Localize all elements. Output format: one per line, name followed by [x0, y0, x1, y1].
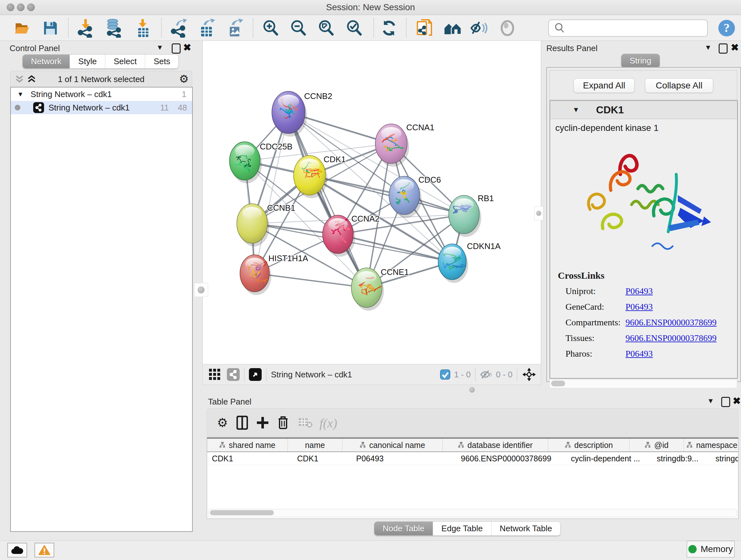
zoom-in-icon[interactable]: [261, 19, 280, 37]
crosslink-label: Compartments:: [565, 317, 625, 327]
zoom-selected-icon[interactable]: [345, 19, 363, 37]
network-collection-row[interactable]: ▼ String Network – cdk1 1: [11, 87, 192, 101]
tab-edge-table[interactable]: Edge Table: [433, 522, 491, 536]
table-panel-close-icon[interactable]: ✖: [733, 396, 741, 406]
results-panel-float-icon[interactable]: [719, 44, 728, 54]
zoom-out-icon[interactable]: [289, 19, 308, 37]
warning-status-button[interactable]: [35, 543, 54, 557]
first-neighbors-icon[interactable]: [443, 19, 462, 37]
network-node[interactable]: [240, 255, 271, 295]
gene-collapse-icon[interactable]: ▼: [572, 106, 580, 114]
import-table-file-icon[interactable]: [134, 19, 152, 37]
crosslink-link[interactable]: P06493: [625, 349, 653, 359]
cloud-status-button[interactable]: [7, 543, 27, 557]
network-node[interactable]: [375, 124, 409, 167]
open-session-icon[interactable]: [13, 19, 31, 37]
network-node[interactable]: [272, 91, 307, 137]
search-bar[interactable]: [548, 19, 708, 37]
help-icon[interactable]: ?: [718, 19, 736, 37]
collection-collapse-icon[interactable]: ▼: [17, 91, 23, 98]
column-header-description[interactable]: description: [548, 439, 630, 451]
table-row[interactable]: CDK1CDK1P064939606.ENSP00000378699cyclin…: [207, 452, 738, 465]
left-splitter-handle[interactable]: [194, 283, 208, 297]
network-node[interactable]: [351, 268, 384, 311]
tab-select[interactable]: Select: [105, 55, 145, 68]
refresh-icon[interactable]: [380, 19, 398, 37]
results-horizontal-scrollbar[interactable]: [549, 379, 737, 388]
export-table-icon[interactable]: [198, 19, 216, 37]
collapse-all-button[interactable]: Collapse All: [645, 78, 713, 93]
function-builder-icon[interactable]: f(x): [320, 416, 337, 431]
tab-network-table[interactable]: Network Table: [491, 522, 560, 536]
tab-style[interactable]: Style: [70, 55, 105, 68]
crosslink-link[interactable]: P06493: [625, 286, 653, 296]
gene-name: CDK1: [596, 104, 624, 116]
bottom-splitter-handle[interactable]: [468, 386, 476, 393]
network-overview-icon[interactable]: [227, 368, 240, 381]
network-edge: [255, 273, 367, 288]
column-header-canonical-name[interactable]: canonical name: [342, 439, 443, 451]
network-graph[interactable]: CCNB2CCNA1CDC25BCDK1CDC6RB1CCNB1CCNA2CDK…: [203, 41, 541, 364]
table-horizontal-scrollbar[interactable]: [208, 509, 737, 517]
table-panel-menu-icon[interactable]: ▼: [707, 397, 714, 405]
tab-sets[interactable]: Sets: [145, 55, 179, 68]
expand-all-button[interactable]: Expand All: [574, 78, 635, 93]
export-image-icon[interactable]: [226, 19, 244, 37]
control-panel-close-icon[interactable]: ✖: [183, 43, 191, 52]
delete-table-icon[interactable]: [297, 415, 314, 431]
table-scrollbar-thumb[interactable]: [210, 510, 274, 515]
column-header--id[interactable]: @id: [630, 439, 684, 451]
gene-card-header[interactable]: ▼ CDK1: [550, 101, 737, 119]
network-options-gear-icon[interactable]: ⚙: [179, 72, 189, 85]
column-header-name[interactable]: name: [288, 439, 342, 451]
crosslink-link[interactable]: P06493: [625, 302, 653, 312]
results-panel-menu-icon[interactable]: ▼: [704, 44, 712, 51]
import-network-database-icon[interactable]: [105, 19, 123, 37]
crosslink-link[interactable]: 9606.ENSP00000378699: [625, 333, 717, 343]
network-node[interactable]: [449, 195, 481, 237]
column-header-shared-name[interactable]: shared name: [207, 439, 288, 451]
import-network-file-icon[interactable]: [76, 19, 95, 37]
network-node[interactable]: [438, 244, 468, 283]
tab-string[interactable]: String: [621, 54, 660, 68]
search-input[interactable]: [566, 23, 707, 34]
network-node[interactable]: [237, 204, 269, 246]
control-panel-float-icon[interactable]: [172, 44, 181, 54]
table-cell: stringdb: [711, 452, 738, 465]
control-panel-menu-icon[interactable]: ▼: [156, 44, 163, 51]
detach-view-icon[interactable]: [249, 368, 262, 381]
save-session-icon[interactable]: [41, 19, 60, 37]
crosslink-row: Tissues:9606.ENSP00000378699: [565, 333, 731, 343]
network-node[interactable]: [293, 155, 327, 198]
add-column-icon[interactable]: [254, 415, 271, 431]
network-node[interactable]: [323, 215, 355, 257]
show-graphics-details-icon[interactable]: [498, 19, 517, 37]
tab-network[interactable]: Network: [23, 55, 70, 68]
export-network-icon[interactable]: [170, 19, 188, 37]
clone-network-icon[interactable]: [415, 19, 434, 37]
show-columns-icon[interactable]: [234, 415, 251, 431]
grid-view-icon[interactable]: [208, 368, 221, 381]
table-cell: stringdb:9...: [652, 452, 711, 465]
results-panel-close-icon[interactable]: ✖: [731, 43, 739, 52]
selected-checkbox-icon[interactable]: [440, 369, 450, 380]
network-node[interactable]: [389, 176, 421, 218]
memory-button[interactable]: Memory: [687, 541, 735, 557]
table-panel-float-icon[interactable]: [721, 397, 730, 407]
delete-column-icon[interactable]: [275, 415, 291, 431]
tab-node-table[interactable]: Node Table: [374, 522, 433, 536]
right-splitter-handle[interactable]: [534, 206, 543, 220]
fit-content-icon[interactable]: [317, 19, 335, 37]
results-scrollbar-thumb[interactable]: [551, 381, 565, 386]
network-row[interactable]: String Network – cdk1 11 48: [11, 101, 192, 114]
hidden-eye-icon[interactable]: [480, 370, 493, 379]
hide-selected-icon[interactable]: [470, 19, 488, 37]
table-settings-icon[interactable]: ⚙: [214, 415, 231, 431]
column-header-database-identifier[interactable]: database identifier: [443, 439, 548, 451]
pan-crosshair-icon[interactable]: [522, 367, 536, 382]
crosslink-link[interactable]: 9606.ENSP00000378699: [625, 317, 717, 327]
node-label: CCNA1: [406, 123, 434, 132]
network-view-canvas[interactable]: CCNB2CCNA1CDC25BCDK1CDC6RB1CCNB1CCNA2CDK…: [202, 41, 541, 364]
column-header-namespace[interactable]: namespace: [684, 439, 738, 451]
results-tab-bar: String: [621, 54, 660, 68]
